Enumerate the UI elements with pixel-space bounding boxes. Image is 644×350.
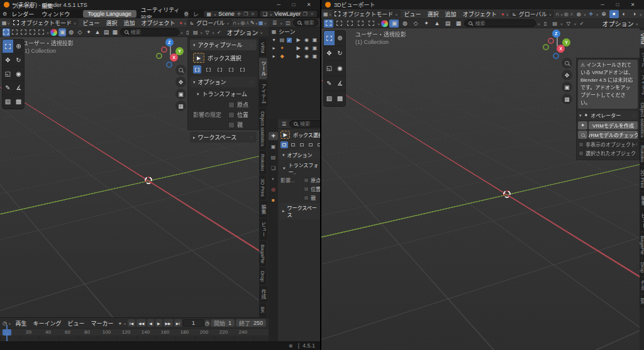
checkbox[interactable]: [304, 195, 309, 200]
sidebar-tab[interactable]: 編集: [259, 201, 267, 217]
tool-transform[interactable]: ◉: [13, 67, 24, 81]
sidebar-tab[interactable]: 3D Print: [259, 175, 266, 200]
empty-filter-icon[interactable]: ▤: [443, 19, 452, 28]
minimize-button[interactable]: ─: [271, 1, 286, 9]
select-mode-subtract-icon[interactable]: [20, 28, 28, 36]
sidebar-tab[interactable]: ビュー: [259, 219, 267, 240]
play-reverse-button[interactable]: ◀: [147, 319, 154, 327]
options-dropdown[interactable]: オプション ∨: [224, 28, 266, 37]
select-mode-new-icon[interactable]: [3, 28, 10, 36]
shield-check-icon[interactable]: ✓: [216, 29, 222, 36]
vrm-create-icon[interactable]: ✦: [578, 121, 587, 129]
zoom-icon[interactable]: [562, 58, 572, 68]
gizmo-z-axis[interactable]: Z: [165, 38, 174, 46]
gizmo-z-axis[interactable]: Z: [552, 30, 560, 38]
tool-rotate[interactable]: ↻: [13, 53, 24, 67]
boxselect-mode-subtract[interactable]: [298, 141, 306, 148]
new-viewlayer-icon[interactable]: ❐: [303, 11, 308, 18]
checkbox[interactable]: [579, 151, 584, 156]
sidebar-tab[interactable]: ビュー: [640, 210, 644, 231]
options-section-header[interactable]: ▾ オプション: [279, 150, 320, 160]
maximize-button[interactable]: □: [610, 1, 625, 9]
settings-gear-icon[interactable]: ⚙: [184, 11, 189, 18]
tool-move[interactable]: ✥: [324, 46, 335, 61]
selectable-icon[interactable]: ▶: [295, 53, 302, 59]
shading-wireframe-icon[interactable]: ⊕: [599, 10, 609, 18]
sidebar-tab[interactable]: Object statistics: [640, 99, 644, 141]
sidebar-tab[interactable]: ツール: [640, 49, 644, 70]
vrm-check-icon[interactable]: [578, 131, 587, 139]
affect-option[interactable]: 原点: [304, 177, 320, 183]
sidebar-tab[interactable]: 作成: [259, 286, 267, 302]
perspective-toggle-icon[interactable]: ▦: [175, 101, 186, 111]
bookmark-icon[interactable]: ▯: [541, 20, 550, 27]
viewport-menu-item[interactable]: 選択: [103, 20, 120, 26]
menu-item[interactable]: ユーティリティ: [137, 7, 184, 13]
boxselect-mode-subtract[interactable]: [216, 65, 224, 74]
vrm-check-button[interactable]: VRMモデルのチェック: [589, 131, 638, 139]
tool-cursor[interactable]: ⊕: [13, 40, 24, 53]
object-types-icon[interactable]: ◍: [400, 19, 409, 28]
sidebar-tab[interactable]: VRM: [640, 30, 644, 48]
timeline-menu-item[interactable]: ビュー: [64, 319, 87, 327]
affect-option[interactable]: 原点: [228, 101, 253, 109]
checkbox[interactable]: [579, 142, 584, 147]
tab-scene[interactable]: ◐: [269, 175, 278, 183]
collapse-icon[interactable]: ▾: [270, 37, 277, 43]
shield-check-icon[interactable]: ✓: [578, 20, 586, 27]
app-menu-icon[interactable]: ⚙: [3, 11, 7, 18]
tool-add-cube[interactable]: ▧: [324, 91, 335, 106]
checkbox[interactable]: [228, 112, 235, 118]
gizmo-x-neg[interactable]: [161, 46, 167, 53]
hide-eye-icon[interactable]: ◉: [303, 37, 310, 43]
grid-filter-icon[interactable]: ▦: [453, 19, 463, 28]
boxselect-mode-invert[interactable]: [307, 141, 314, 148]
frame-start-field[interactable]: 開始 1: [211, 319, 235, 327]
outliner-row-scene[interactable]: ▦ シーン: [269, 28, 320, 36]
viewport-search[interactable]: [120, 28, 179, 36]
auto-keyframe-icon[interactable]: ●: [118, 320, 122, 327]
tab-tool[interactable]: ✛: [269, 132, 278, 140]
options-dropdown[interactable]: オプション ∨: [599, 19, 641, 28]
collapse-icon[interactable]: ▾: [197, 92, 199, 97]
tool-add-primitive[interactable]: ▩: [335, 91, 345, 106]
gizmo-z-neg[interactable]: [166, 62, 172, 68]
render-visibility-icon[interactable]: ▣: [311, 45, 318, 51]
falloff-icon[interactable]: ∧: [569, 11, 574, 18]
shading-solid-icon[interactable]: ●: [609, 10, 619, 18]
navigation-gizmo[interactable]: Z Y X: [542, 30, 572, 61]
pan-hand-icon[interactable]: ✥: [175, 77, 186, 87]
pan-hand-icon[interactable]: ✥: [562, 70, 572, 80]
tool-move[interactable]: ✥: [3, 53, 13, 67]
outliner-row-object[interactable]: ▸ ◆ ▶ ◉ ▣: [269, 52, 320, 60]
empty-filter-icon[interactable]: ▤: [103, 28, 110, 36]
options-section-header[interactable]: ▾ オプション ::: [190, 77, 257, 87]
search-input[interactable]: [475, 21, 531, 26]
tool-select-box[interactable]: [3, 40, 13, 53]
sidebar-tab[interactable]: BagaPie: [640, 232, 644, 258]
viewport-menu-item[interactable]: ビュー: [401, 11, 425, 18]
affect-option[interactable]: 親: [228, 121, 253, 129]
camera-filter-icon[interactable]: ▲: [432, 19, 441, 28]
exclude-checkbox[interactable]: ✓: [287, 38, 292, 43]
shading-material-icon[interactable]: ◐: [619, 10, 629, 18]
timeline-ruler[interactable]: 20406080100120140160180200220240 1: [0, 328, 269, 336]
expand-icon[interactable]: ▸: [270, 53, 277, 59]
use-preview-range-icon[interactable]: ◷: [205, 320, 209, 327]
filter-funnel-icon[interactable]: ▽: [204, 29, 210, 36]
tool-rotate[interactable]: ↻: [335, 46, 345, 61]
shading-ball-icon[interactable]: [381, 20, 388, 27]
tool-scale[interactable]: ◱: [3, 67, 13, 81]
jump-start-button[interactable]: Ⅰ◀: [128, 319, 135, 327]
affect-option[interactable]: 位置: [304, 185, 320, 192]
tab-world[interactable]: ◍: [269, 185, 278, 194]
expand-icon[interactable]: ▸: [270, 45, 277, 51]
jump-end-button[interactable]: ▶Ⅰ: [174, 319, 182, 327]
workspace-section-header[interactable]: ▸ ワークスペース ::: [190, 132, 257, 143]
select-mode-invert-icon[interactable]: [29, 28, 36, 36]
play-button[interactable]: ▶: [155, 319, 162, 327]
select-mode-intersect-icon[interactable]: [38, 28, 45, 36]
mode-dropdown[interactable]: オブジェクトモード ∨: [11, 19, 79, 26]
search-input[interactable]: [131, 30, 175, 35]
frame-end-field[interactable]: 終了 250: [236, 319, 266, 327]
